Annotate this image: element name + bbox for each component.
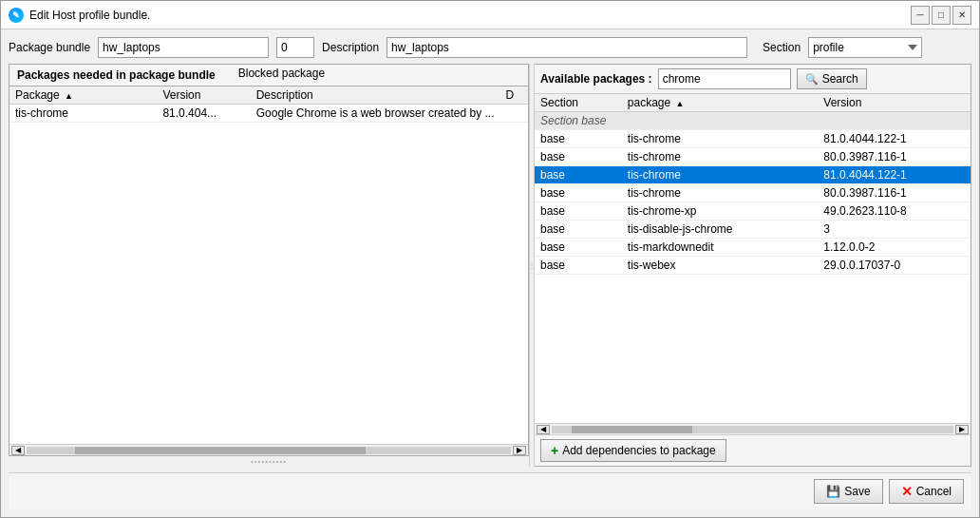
- row-package: tis-chrome: [622, 130, 819, 148]
- pkg-name: tis-chrome: [9, 105, 157, 123]
- right-scroll-track[interactable]: [552, 426, 953, 433]
- row-version: 81.0.4044.122-1: [818, 166, 971, 184]
- section-base-label: Section base: [535, 112, 971, 130]
- col-version-header[interactable]: Version: [157, 86, 250, 105]
- right-scroll-left-btn[interactable]: ◀: [537, 425, 550, 434]
- right-panel: Available packages : 🔍 Search Sectio: [535, 64, 971, 467]
- window-icon: ✎: [9, 8, 24, 23]
- cancel-label: Cancel: [916, 485, 952, 498]
- title-bar: ✎ Edit Host profile bundle. ─ □ ✕: [1, 1, 979, 29]
- left-scrollbar: ◀ ▶: [9, 444, 528, 455]
- table-row[interactable]: base tis-webex 29.0.0.17037-0: [535, 257, 971, 275]
- package-bundle-input[interactable]: [98, 37, 269, 58]
- pkg-d: [499, 105, 528, 123]
- row-section: base: [535, 239, 622, 257]
- right-table-container: Section package ▲ Version Section base: [535, 94, 971, 423]
- left-side: Packages needed in package bundle Blocke…: [9, 64, 529, 467]
- col-d-header[interactable]: D: [499, 86, 528, 105]
- row-section: base: [535, 257, 622, 275]
- cancel-button[interactable]: ✕ Cancel: [889, 479, 964, 504]
- available-packages-label: Available packages :: [540, 72, 652, 86]
- right-scrollbar: ◀ ▶: [535, 423, 971, 434]
- row-section: base: [535, 202, 622, 221]
- add-dep-label: Add dependencies to package: [562, 444, 715, 457]
- main-window: ✎ Edit Host profile bundle. ─ □ ✕ Packag…: [0, 0, 980, 518]
- row-version: 29.0.0.17037-0: [818, 257, 971, 275]
- search-button[interactable]: 🔍 Search: [797, 68, 867, 89]
- row-package: tis-webex: [622, 257, 819, 275]
- scroll-thumb: [75, 447, 366, 454]
- row-section: base: [535, 184, 622, 202]
- col-description-header[interactable]: Description: [251, 86, 500, 105]
- save-label: Save: [844, 485, 870, 498]
- row-version: 81.0.4044.122-1: [818, 130, 971, 148]
- col-section-header[interactable]: Section: [535, 94, 622, 112]
- save-button[interactable]: 💾 Save: [814, 479, 882, 504]
- row-version: 80.0.3987.116-1: [818, 184, 971, 202]
- row-package: tis-chrome: [622, 184, 819, 202]
- resize-handle[interactable]: ••••••••••: [9, 456, 529, 467]
- close-button[interactable]: ✕: [952, 6, 971, 25]
- minimize-button[interactable]: ─: [911, 6, 930, 25]
- scroll-track[interactable]: [27, 447, 511, 454]
- right-panel-top: Available packages : 🔍 Search: [535, 65, 971, 94]
- description-label: Description: [322, 41, 379, 54]
- right-scroll-thumb: [572, 426, 692, 433]
- col-package-header[interactable]: Package ▲: [9, 86, 157, 105]
- row-package: tis-chrome: [622, 166, 819, 184]
- row-version: 1.12.0.0-2: [818, 239, 971, 257]
- right-side: Available packages : 🔍 Search Sectio: [535, 64, 971, 467]
- section-label: Section: [763, 41, 801, 54]
- packages-needed-title: Packages needed in package bundle: [13, 67, 219, 84]
- bottom-bar: 💾 Save ✕ Cancel: [9, 472, 971, 509]
- section-base-header-row: Section base: [535, 112, 971, 130]
- left-table-container: Package ▲ Version Description D tis-chro…: [9, 86, 528, 444]
- table-row[interactable]: base tis-chrome 80.0.3987.116-1: [535, 184, 971, 202]
- row-package: tis-markdownedit: [622, 239, 819, 257]
- row-section: base: [535, 148, 622, 166]
- table-row[interactable]: base tis-disable-js-chrome 3: [535, 221, 971, 239]
- maximize-button[interactable]: □: [932, 6, 951, 25]
- right-table: Section package ▲ Version Section base: [535, 94, 971, 275]
- window-controls: ─ □ ✕: [911, 6, 971, 25]
- bundle-num-input[interactable]: [276, 37, 314, 58]
- top-row: Package bundle Description Section profi…: [9, 37, 971, 58]
- left-panel-header: Packages needed in package bundle Blocke…: [9, 65, 528, 86]
- table-row[interactable]: base tis-chrome 81.0.4044.122-1: [535, 130, 971, 148]
- add-dependencies-button[interactable]: + Add dependencies to package: [540, 439, 726, 462]
- row-version: 49.0.2623.110-8: [818, 202, 971, 221]
- col-ver-header[interactable]: Version: [818, 94, 971, 112]
- search-input[interactable]: [658, 68, 791, 89]
- content-area: Package bundle Description Section profi…: [1, 29, 979, 517]
- scroll-right-btn[interactable]: ▶: [513, 446, 526, 455]
- panels-row: Packages needed in package bundle Blocke…: [9, 64, 971, 467]
- right-scroll-right-btn[interactable]: ▶: [955, 425, 969, 434]
- scroll-left-btn[interactable]: ◀: [11, 446, 25, 455]
- row-section: base: [535, 130, 622, 148]
- blocked-package-title: Blocked package: [238, 67, 325, 84]
- window-title: Edit Host profile bundle.: [29, 9, 911, 22]
- row-package: tis-chrome: [622, 148, 819, 166]
- col-pkg-header[interactable]: package ▲: [622, 94, 819, 112]
- table-row[interactable]: tis-chrome 81.0.404... Google Chrome is …: [9, 105, 528, 123]
- row-section: base: [535, 221, 622, 239]
- search-button-label: Search: [822, 72, 858, 86]
- table-row[interactable]: base tis-chrome 80.0.3987.116-1: [535, 148, 971, 166]
- cancel-icon: ✕: [901, 484, 913, 499]
- row-package: tis-chrome-xp: [622, 202, 819, 221]
- description-input[interactable]: [386, 37, 747, 58]
- left-table: Package ▲ Version Description D tis-chro…: [9, 86, 528, 123]
- table-row-selected[interactable]: base tis-chrome 81.0.4044.122-1: [535, 166, 971, 184]
- save-icon: 💾: [826, 485, 840, 498]
- left-panel: Packages needed in package bundle Blocke…: [9, 64, 529, 456]
- table-row[interactable]: base tis-markdownedit 1.12.0.0-2: [535, 239, 971, 257]
- row-package: tis-disable-js-chrome: [622, 221, 819, 239]
- row-section: base: [535, 166, 622, 184]
- pkg-version: 81.0.404...: [157, 105, 250, 123]
- add-dependencies-bar: + Add dependencies to package: [535, 434, 971, 466]
- section-select[interactable]: profile base extra: [808, 37, 922, 58]
- table-row[interactable]: base tis-chrome-xp 49.0.2623.110-8: [535, 202, 971, 221]
- row-version: 3: [818, 221, 971, 239]
- plus-icon: +: [551, 443, 558, 458]
- search-icon: 🔍: [805, 73, 819, 86]
